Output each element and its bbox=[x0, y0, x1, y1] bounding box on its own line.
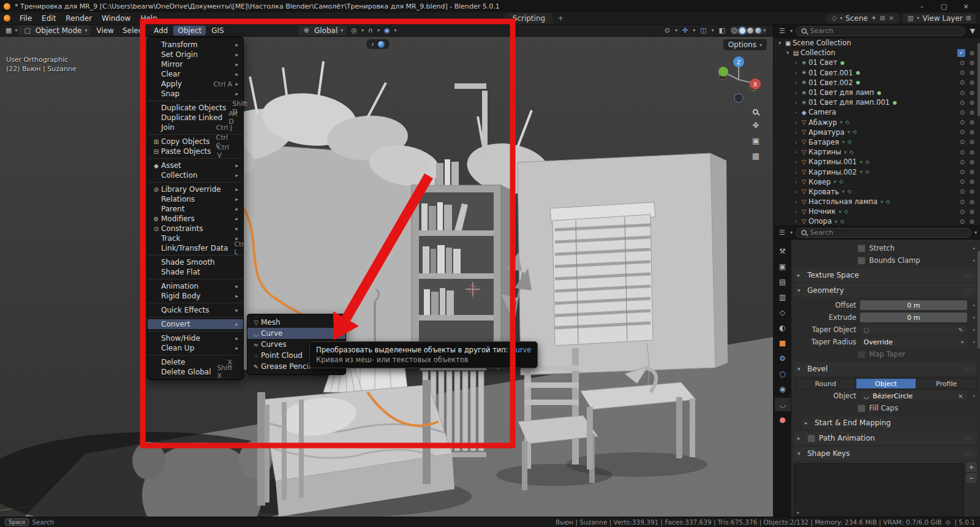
shading-mode-switch[interactable]: ▾ bbox=[730, 27, 767, 34]
map-taper-checkbox[interactable] bbox=[858, 351, 865, 358]
outliner-row-camera[interactable]: ›◆Camera⊙⊚ bbox=[774, 107, 980, 117]
material-preview-icon[interactable] bbox=[747, 28, 753, 34]
disable-in-renders-icon[interactable]: ⊚ bbox=[967, 178, 977, 185]
submenu-item-curve[interactable]: ◡Curve bbox=[247, 328, 345, 339]
expand-arrow-icon[interactable]: › bbox=[792, 159, 799, 165]
fill-caps-checkbox[interactable] bbox=[858, 404, 865, 412]
menu-item-shade-smooth[interactable]: Shade Smooth bbox=[148, 257, 243, 267]
properties-tab-modifiers[interactable]: ⚙ bbox=[775, 352, 791, 365]
bevel-tab-round[interactable]: Round bbox=[796, 379, 856, 389]
menu-help[interactable]: Help bbox=[135, 13, 162, 24]
disable-in-renders-icon[interactable]: ⊚ bbox=[967, 199, 977, 205]
options-dropdown[interactable]: Options ▾ bbox=[723, 39, 767, 50]
menu-item-duplicate-linked[interactable]: Duplicate LinkedAlt D bbox=[148, 113, 243, 123]
scene-selector[interactable]: ◇ ▾ Scene ✦ ⊞ × bbox=[827, 13, 899, 23]
hide-in-viewport-icon[interactable]: ⊙ bbox=[957, 69, 967, 76]
view-layer-selector[interactable]: ▥ ▾ View Layer ⊞ bbox=[903, 13, 976, 23]
toggle-grid-icon[interactable]: ▦ bbox=[752, 151, 760, 161]
menu-item-show-hide[interactable]: Show/Hide▸ bbox=[148, 333, 243, 343]
new-view-layer-icon[interactable]: ⊞ bbox=[966, 14, 971, 22]
properties-tab-physics[interactable]: ○ bbox=[775, 367, 791, 381]
solid-shading-icon[interactable] bbox=[739, 28, 745, 34]
panel-grip-icon[interactable]: ∷∷ bbox=[964, 450, 973, 457]
taper-radius-dropdown[interactable]: Override ▾ bbox=[860, 337, 967, 347]
menu-item-library-override[interactable]: ⊘Library Override▸ bbox=[148, 184, 243, 194]
panel-bevel[interactable]: ▾ Bevel ∷∷ bbox=[794, 362, 977, 376]
mode-selector[interactable]: ▢ Object Mode ▾ bbox=[18, 26, 91, 36]
filter-icon[interactable]: ▼ bbox=[968, 27, 977, 35]
menu-window[interactable]: Window bbox=[97, 13, 135, 24]
properties-tab-material[interactable]: ● bbox=[775, 413, 791, 427]
expand-arrow-icon[interactable]: › bbox=[792, 199, 799, 205]
workspace-tab-scripting[interactable]: Scripting bbox=[505, 13, 552, 24]
menu-item-paste-objects[interactable]: ⊟Paste ObjectsCtrl V bbox=[148, 146, 243, 156]
outliner-row-ковер[interactable]: ›▽Ковер▿◇⊙⊚ bbox=[774, 177, 980, 187]
animate-dot-icon[interactable]: • bbox=[971, 327, 977, 333]
panel-start-end-mapping[interactable]: ▸ Start & End Mapping bbox=[801, 416, 977, 430]
taper-object-field[interactable]: ▢ ✎ bbox=[860, 325, 967, 335]
xray-toggle-icon[interactable]: ◧ bbox=[717, 26, 727, 34]
hide-in-viewport-icon[interactable]: ⊙ bbox=[957, 178, 967, 185]
hide-in-viewport-icon[interactable]: ⊙ bbox=[957, 109, 967, 116]
menu-item-snap[interactable]: Snap▸ bbox=[148, 89, 243, 99]
expand-arrow-icon[interactable]: › bbox=[792, 149, 799, 155]
blender-menu-icon[interactable] bbox=[4, 15, 10, 21]
panel-path-animation[interactable]: ▸ Path Animation ∷∷ bbox=[794, 431, 977, 445]
menu-view[interactable]: View bbox=[92, 26, 118, 36]
bevel-tab-object[interactable]: Object bbox=[856, 379, 917, 389]
rendered-shading-icon[interactable] bbox=[755, 28, 761, 34]
hide-in-viewport-icon[interactable]: ⊙ bbox=[957, 169, 967, 175]
animate-dot-icon[interactable]: • bbox=[971, 302, 977, 309]
menu-file[interactable]: File bbox=[15, 13, 37, 24]
properties-tab-world[interactable]: ◐ bbox=[775, 321, 791, 335]
outliner-row-картины[interactable]: ›▽Картины▿◇⊙⊚ bbox=[774, 147, 980, 157]
hide-in-viewport-icon[interactable]: ⊙ bbox=[957, 199, 967, 205]
menu-item-animation[interactable]: Animation▸ bbox=[148, 281, 243, 291]
3d-viewport[interactable]: ▦ ▾ ▢ Object Mode ▾ ViewSelectAdd Object… bbox=[0, 25, 773, 517]
expand-arrow-icon[interactable]: › bbox=[792, 99, 799, 105]
offset-field[interactable]: 0 m bbox=[860, 300, 967, 310]
transform-orientation-selector[interactable]: ⊕ Global ▾ bbox=[298, 26, 347, 36]
hide-in-viewport-icon[interactable]: ⊙ bbox=[957, 119, 967, 126]
menu-item-mirror[interactable]: Mirror▸ bbox=[148, 59, 243, 69]
visibility-dropdown-icon[interactable]: ⊙ bbox=[663, 26, 672, 34]
panel-grip-icon[interactable]: ∷∷ bbox=[964, 435, 973, 442]
outliner-row-ночник[interactable]: ›▽Ночник▿◇⊙⊚ bbox=[774, 207, 980, 216]
disable-in-renders-icon[interactable]: ⊚ bbox=[967, 99, 977, 106]
menu-item-set-origin[interactable]: Set Origin▸ bbox=[148, 50, 243, 59]
expand-arrow-icon[interactable]: ▾ bbox=[776, 40, 783, 46]
animate-dot-icon[interactable]: • bbox=[971, 393, 977, 400]
expand-arrow-icon[interactable]: › bbox=[792, 179, 799, 185]
gizmo-y-axis[interactable] bbox=[718, 67, 728, 77]
disable-in-renders-icon[interactable]: ⊚ bbox=[967, 169, 977, 175]
delete-scene-icon[interactable]: × bbox=[888, 14, 894, 22]
panel-shape-keys[interactable]: ▾ Shape Keys ∷∷ bbox=[794, 447, 977, 460]
menu-gis[interactable]: GIS bbox=[207, 26, 228, 36]
properties-tab-output[interactable]: ▤ bbox=[775, 275, 791, 289]
menu-item-rigid-body[interactable]: Rigid Body▸ bbox=[148, 291, 243, 301]
properties-tab-scene[interactable]: ◇ bbox=[775, 306, 791, 319]
disable-in-renders-icon[interactable]: ⊚ bbox=[967, 218, 977, 225]
minimize-button[interactable]: – bbox=[911, 1, 932, 12]
hide-in-viewport-icon[interactable]: ⊙ bbox=[957, 138, 967, 145]
properties-tab-render[interactable]: ▣ bbox=[775, 260, 791, 273]
properties-scrollbar[interactable] bbox=[978, 251, 980, 349]
submenu-item-mesh[interactable]: ▽Mesh bbox=[247, 317, 345, 328]
disable-in-renders-icon[interactable]: ⊚ bbox=[967, 50, 977, 56]
expand-arrow-icon[interactable]: › bbox=[792, 139, 799, 145]
show-gizmo-icon[interactable]: ✣ bbox=[680, 26, 690, 34]
disable-in-renders-icon[interactable]: ⊚ bbox=[967, 159, 977, 165]
panel-grip-icon[interactable]: ∷∷ bbox=[964, 366, 973, 373]
show-overlays-icon[interactable]: ◫ bbox=[698, 26, 708, 34]
hide-in-viewport-icon[interactable]: ⊙ bbox=[957, 79, 967, 86]
disable-in-renders-icon[interactable]: ⊚ bbox=[967, 208, 977, 215]
menu-item-constraints[interactable]: ⊙Constraints▸ bbox=[148, 224, 243, 233]
properties-tab-object[interactable]: ■ bbox=[775, 336, 791, 350]
new-scene-icon[interactable]: ⊞ bbox=[880, 14, 885, 22]
outliner-row-батарея[interactable]: ›▽Батарея▿◇⊙⊚ bbox=[774, 137, 980, 147]
expand-arrow-icon[interactable]: › bbox=[792, 59, 799, 66]
menu-item-apply[interactable]: ApplyCtrl A▸ bbox=[148, 79, 243, 89]
menu-item-quick-effects[interactable]: Quick Effects▸ bbox=[148, 305, 243, 315]
outliner-row-01-свет-002[interactable]: ›☀01 Свет.002●⊙⊚ bbox=[774, 78, 980, 88]
menu-item-shade-flat[interactable]: Shade Flat bbox=[148, 267, 243, 277]
